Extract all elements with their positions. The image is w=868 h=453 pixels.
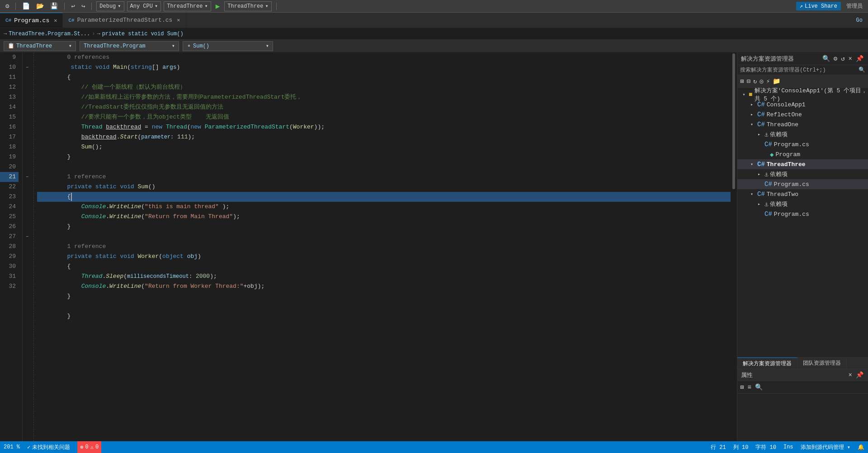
editor-container: 9 10 11 12 13 14 15 16 17 18 19 20 21 22…	[0, 52, 737, 441]
tree-threadone-programcs[interactable]: C# Program.cs	[737, 139, 868, 149]
sol-toolbar-icon6[interactable]: 📁	[772, 76, 781, 86]
prop-close-icon[interactable]: ×	[848, 371, 853, 380]
code-line-25[interactable]	[37, 232, 731, 242]
panel-search-icon[interactable]: 🔍	[821, 54, 831, 63]
live-share-button[interactable]: ↗ Live Share	[796, 2, 841, 10]
nav-class-dropdown[interactable]: ThreadThree.Program ▾	[80, 41, 179, 51]
tree-threadone-deps[interactable]: ▸ ⚓ 依赖项	[737, 129, 868, 139]
tree-threadtwo[interactable]: ▾ C# ThreadTwo	[737, 189, 868, 199]
debug-chevron: ▾	[118, 3, 121, 10]
tree-icon-programcs1: C#	[764, 141, 772, 148]
sol-toolbar-icon1[interactable]: ⊞	[739, 76, 745, 86]
marker-19	[23, 152, 32, 162]
tree-threadone[interactable]: ▾ C# ThreadOne	[737, 119, 868, 129]
redo-icon[interactable]: ↪	[80, 1, 87, 11]
tab-close-active[interactable]: ✕	[54, 17, 57, 24]
prop-toolbar-icon1[interactable]: ⊞	[739, 382, 745, 392]
collapse-20[interactable]: −	[26, 175, 28, 180]
tree-solution-root[interactable]: ▾ ■ 解决方案'ConsoleApp1'(第 5 个项目，共 5 个)	[737, 90, 868, 100]
tab-parameterized[interactable]: C# ParameterizedThreadStart.cs ✕	[63, 13, 186, 28]
code-line-19[interactable]	[37, 162, 731, 172]
code-line-23[interactable]: Console.WriteLine("Return from Main Thre…	[37, 212, 731, 222]
code-line-22[interactable]: Console.WriteLine("this is main thread" …	[37, 202, 731, 212]
code-line-12[interactable]: //如果新线程上运行带参数的方法，需要用到ParameterizedThread…	[37, 92, 731, 102]
code-line-15[interactable]: Thread backthread = new Thread(new Param…	[37, 122, 731, 132]
code-line-14[interactable]: //要求只能有一个参数，且为object类型 无返回值	[37, 112, 731, 122]
no-issues-label: 未找到相关问题	[32, 443, 70, 451]
marker-10: −	[23, 62, 32, 72]
undo-icon[interactable]: ↩	[69, 1, 76, 11]
tree-reflectone[interactable]: ▸ C# ReflectOne	[737, 110, 868, 119]
tree-threadthree-deps[interactable]: ▸ ⚓ 依赖项	[737, 169, 868, 179]
add-to-source-button[interactable]: 添加到源代码管理 ▾	[801, 443, 850, 451]
code-line-28[interactable]: Thread.Sleep(millisecondsTimeout: 2000);	[37, 272, 731, 281]
code-line-30[interactable]: }	[37, 291, 731, 301]
tree-threadtwo-programcs[interactable]: C# Program.cs	[737, 209, 868, 219]
breadcrumb-item2[interactable]: private static void Sum()	[102, 31, 184, 37]
code-line-27[interactable]: {	[37, 262, 731, 272]
thread-dropdown[interactable]: ThreadThree ▾	[164, 1, 211, 11]
code-line-29[interactable]: Console.WriteLine("Return from Worker Th…	[37, 281, 731, 291]
status-errors[interactable]: ⊗ 0 ⚠ 0	[77, 441, 101, 453]
tab-solution-explorer[interactable]: 解决方案资源管理器	[737, 358, 797, 369]
panel-close-icon[interactable]: ×	[848, 54, 853, 63]
line-17: 17	[0, 132, 19, 142]
scroll-thumb[interactable]	[732, 53, 735, 189]
code-content[interactable]: 0 references static void Main(string[] a…	[37, 52, 731, 441]
breadcrumb-item1[interactable]: ThreadThree.Program.St...	[9, 31, 90, 37]
prop-toolbar-icon3[interactable]: 🔍	[754, 382, 764, 392]
code-line-21[interactable]: {	[37, 192, 731, 202]
cpu-dropdown[interactable]: Any CPU ▾	[127, 1, 161, 11]
code-line-26[interactable]: private static void Worker(object obj)	[37, 252, 731, 262]
prop-toolbar-icon2[interactable]: ≡	[746, 383, 752, 392]
tab-icon-inactive: C#	[68, 18, 74, 23]
sol-toolbar-icon5[interactable]: ⚡	[765, 76, 771, 86]
debug-dropdown[interactable]: Debug ▾	[96, 1, 124, 11]
prop-pin-icon[interactable]: 📌	[855, 370, 864, 380]
code-line-10[interactable]: {	[37, 72, 731, 82]
manage-label[interactable]: 管理员	[844, 1, 864, 11]
new-file-icon[interactable]: 📄	[20, 1, 32, 11]
sol-toolbar-icon2[interactable]: ⊟	[745, 76, 751, 86]
line-12: 12	[0, 82, 19, 92]
tree-icon-consoleapp1: C#	[757, 101, 765, 108]
play-button[interactable]: ▶	[214, 1, 222, 12]
sol-toolbar-icon3[interactable]: ↻	[752, 76, 758, 86]
panel-refresh-icon[interactable]: ↺	[840, 54, 845, 63]
search-var-icon[interactable]: 🔍	[859, 67, 865, 73]
tab-program-cs-active[interactable]: C# Program.cs ✕	[0, 13, 63, 28]
marker-26	[23, 222, 32, 232]
tab-team-explorer[interactable]: 团队资源管理器	[797, 358, 847, 369]
code-line-13[interactable]: //TreadStart委托仅仅指向无参数且无返回值的方法	[37, 102, 731, 112]
code-line-24[interactable]: }	[37, 222, 731, 232]
collapse-26[interactable]: −	[26, 234, 28, 239]
editor-scrollbar[interactable]	[731, 52, 737, 441]
panel-settings-icon[interactable]: ⚙	[833, 54, 838, 63]
code-line-9[interactable]: static void Main(string[] args)	[37, 62, 731, 72]
code-line-31[interactable]	[37, 301, 731, 311]
panel-pin-icon[interactable]: 📌	[855, 54, 864, 63]
open-icon[interactable]: 📂	[34, 1, 46, 11]
code-line-17[interactable]: Sum();	[37, 142, 731, 152]
save-icon[interactable]: 💾	[48, 1, 60, 11]
tree-threadthree[interactable]: ▾ C# ThreadThree	[737, 159, 868, 169]
code-line-16[interactable]: backthread.Start(parameter: 111);	[37, 132, 731, 142]
code-line-32[interactable]: }	[37, 311, 731, 321]
tree-threadone-program[interactable]: ◆ Program	[737, 149, 868, 159]
code-line-11[interactable]: // 创建一个新线程（默认为前台线程）	[37, 82, 731, 92]
nav-project-dropdown[interactable]: 📋 ThreadThree ▾	[4, 41, 76, 51]
line-number-gutter: 9 10 11 12 13 14 15 16 17 18 19 20 21 22…	[0, 52, 23, 441]
solution-explorer-title: 解决方案资源管理器	[741, 55, 794, 63]
nav-project-icon: 📋	[8, 43, 14, 49]
tree-threadtwo-deps[interactable]: ▸ ⚓ 依赖项	[737, 199, 868, 209]
collapse-9[interactable]: −	[26, 65, 28, 70]
code-line-18[interactable]: }	[37, 152, 731, 162]
sol-toolbar-icon4[interactable]: ◎	[759, 76, 764, 86]
code-line-20[interactable]: private static void Sum()	[37, 182, 731, 192]
nav-method-dropdown[interactable]: ⚬ Sum() ▾	[183, 41, 273, 51]
status-bell-icon[interactable]: 🔔	[858, 444, 864, 451]
thread2-dropdown[interactable]: ThreadThree ▾	[224, 1, 271, 11]
go-button[interactable]: Go	[851, 13, 868, 28]
tab-close-inactive[interactable]: ✕	[177, 17, 180, 24]
tree-threadthree-programcs[interactable]: C# Program.cs	[737, 179, 868, 189]
